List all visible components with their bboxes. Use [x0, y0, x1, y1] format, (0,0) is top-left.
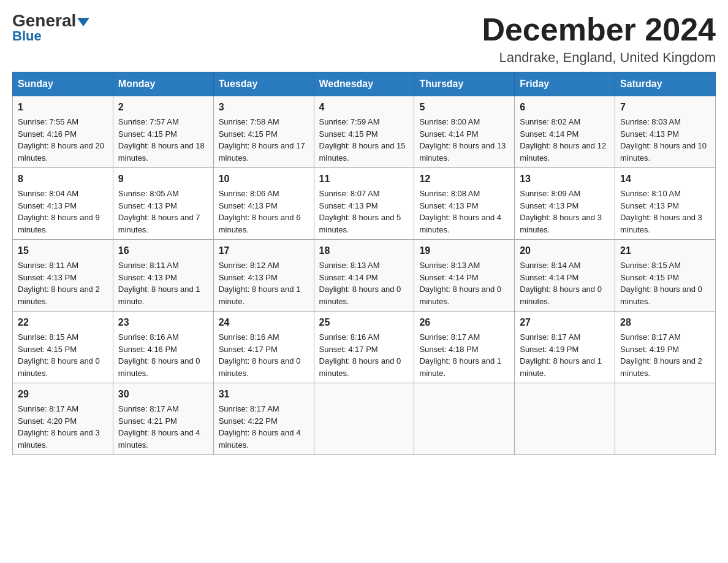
- daylight-label: Daylight: 8 hours and 2 minutes.: [18, 285, 100, 306]
- daylight-label: Daylight: 8 hours and 4 minutes.: [419, 213, 501, 234]
- calendar-day: 7 Sunrise: 8:03 AM Sunset: 4:13 PM Dayli…: [615, 96, 716, 168]
- sunrise-label: Sunrise: 7:57 AM: [118, 117, 179, 126]
- logo-triangle-icon: [77, 18, 89, 26]
- col-sunday: Sunday: [13, 72, 113, 96]
- daylight-label: Daylight: 8 hours and 15 minutes.: [319, 141, 406, 163]
- day-number: 13: [520, 172, 610, 186]
- logo-bottom: Blue: [12, 28, 42, 44]
- calendar-week-3: 15 Sunrise: 8:11 AM Sunset: 4:13 PM Dayl…: [13, 240, 716, 312]
- sunset-label: Sunset: 4:21 PM: [118, 416, 177, 426]
- day-number: 3: [219, 100, 309, 115]
- calendar-day: [314, 383, 414, 455]
- sunset-label: Sunset: 4:14 PM: [419, 129, 478, 139]
- sunset-label: Sunset: 4:14 PM: [520, 273, 578, 282]
- sunrise-label: Sunrise: 8:04 AM: [18, 189, 78, 198]
- calendar-week-1: 1 Sunrise: 7:55 AM Sunset: 4:16 PM Dayli…: [13, 96, 716, 168]
- calendar-day: 30 Sunrise: 8:17 AM Sunset: 4:21 PM Dayl…: [113, 383, 213, 455]
- calendar-day: 23 Sunrise: 8:16 AM Sunset: 4:16 PM Dayl…: [113, 312, 213, 383]
- sunset-label: Sunset: 4:15 PM: [18, 345, 77, 354]
- daylight-label: Daylight: 8 hours and 3 minutes.: [18, 428, 100, 450]
- daylight-label: Daylight: 8 hours and 13 minutes.: [419, 141, 506, 163]
- day-number: 26: [419, 315, 509, 330]
- daylight-label: Daylight: 8 hours and 0 minutes.: [620, 285, 702, 306]
- sunrise-label: Sunrise: 8:17 AM: [219, 404, 279, 413]
- calendar-day: 19 Sunrise: 8:13 AM Sunset: 4:14 PM Dayl…: [414, 240, 515, 312]
- daylight-label: Daylight: 8 hours and 17 minutes.: [219, 141, 305, 163]
- calendar-day: 24 Sunrise: 8:16 AM Sunset: 4:17 PM Dayl…: [213, 312, 314, 383]
- sunrise-label: Sunrise: 8:17 AM: [620, 332, 681, 342]
- daylight-label: Daylight: 8 hours and 7 minutes.: [118, 213, 200, 234]
- daylight-label: Daylight: 8 hours and 20 minutes.: [18, 141, 104, 163]
- day-number: 7: [620, 100, 710, 115]
- sunrise-label: Sunrise: 7:58 AM: [219, 117, 279, 126]
- daylight-label: Daylight: 8 hours and 0 minutes.: [319, 285, 401, 306]
- calendar-day: 20 Sunrise: 8:14 AM Sunset: 4:14 PM Dayl…: [515, 240, 615, 312]
- daylight-label: Daylight: 8 hours and 18 minutes.: [118, 141, 205, 163]
- sunset-label: Sunset: 4:14 PM: [520, 129, 578, 139]
- day-number: 28: [620, 315, 710, 330]
- calendar-day: 28 Sunrise: 8:17 AM Sunset: 4:19 PM Dayl…: [615, 312, 716, 383]
- calendar-day: 2 Sunrise: 7:57 AM Sunset: 4:15 PM Dayli…: [113, 96, 213, 168]
- calendar-day: 29 Sunrise: 8:17 AM Sunset: 4:20 PM Dayl…: [13, 383, 113, 455]
- sunset-label: Sunset: 4:15 PM: [319, 129, 378, 139]
- day-number: 24: [219, 315, 309, 330]
- logo-top: General: [12, 12, 89, 29]
- day-number: 31: [219, 387, 309, 402]
- month-title: December 2024: [482, 12, 716, 47]
- sunrise-label: Sunrise: 8:17 AM: [419, 332, 480, 342]
- sunrise-label: Sunrise: 8:17 AM: [118, 404, 179, 413]
- sunset-label: Sunset: 4:13 PM: [620, 201, 679, 210]
- sunrise-label: Sunrise: 8:08 AM: [419, 189, 480, 198]
- calendar-day: [515, 383, 615, 455]
- calendar-week-5: 29 Sunrise: 8:17 AM Sunset: 4:20 PM Dayl…: [13, 383, 716, 455]
- calendar-day: 17 Sunrise: 8:12 AM Sunset: 4:13 PM Dayl…: [213, 240, 314, 312]
- daylight-label: Daylight: 8 hours and 9 minutes.: [18, 213, 100, 234]
- sunset-label: Sunset: 4:14 PM: [319, 273, 378, 282]
- day-number: 14: [620, 172, 710, 186]
- sunrise-label: Sunrise: 8:11 AM: [118, 261, 179, 270]
- sunset-label: Sunset: 4:15 PM: [118, 129, 177, 139]
- daylight-label: Daylight: 8 hours and 6 minutes.: [219, 213, 301, 234]
- col-saturday: Saturday: [615, 72, 716, 96]
- day-number: 18: [319, 243, 409, 258]
- sunrise-label: Sunrise: 8:02 AM: [520, 117, 580, 126]
- calendar-day: 12 Sunrise: 8:08 AM Sunset: 4:13 PM Dayl…: [414, 168, 515, 240]
- calendar-day: 26 Sunrise: 8:17 AM Sunset: 4:18 PM Dayl…: [414, 312, 515, 383]
- sunset-label: Sunset: 4:13 PM: [118, 201, 177, 210]
- day-number: 17: [219, 243, 309, 258]
- day-number: 11: [319, 172, 409, 186]
- calendar-day: [615, 383, 716, 455]
- sunset-label: Sunset: 4:17 PM: [219, 345, 278, 354]
- sunset-label: Sunset: 4:13 PM: [18, 201, 77, 210]
- calendar-day: 31 Sunrise: 8:17 AM Sunset: 4:22 PM Dayl…: [213, 383, 314, 455]
- calendar-day: 8 Sunrise: 8:04 AM Sunset: 4:13 PM Dayli…: [13, 168, 113, 240]
- daylight-label: Daylight: 8 hours and 12 minutes.: [520, 141, 606, 163]
- location: Landrake, England, United Kingdom: [482, 50, 716, 66]
- daylight-label: Daylight: 8 hours and 4 minutes.: [118, 428, 200, 450]
- day-number: 15: [18, 243, 108, 258]
- calendar-day: 18 Sunrise: 8:13 AM Sunset: 4:14 PM Dayl…: [314, 240, 414, 312]
- sunrise-label: Sunrise: 8:17 AM: [520, 332, 580, 342]
- calendar-day: 10 Sunrise: 8:06 AM Sunset: 4:13 PM Dayl…: [213, 168, 314, 240]
- header-row: Sunday Monday Tuesday Wednesday Thursday…: [13, 72, 716, 96]
- col-monday: Monday: [113, 72, 213, 96]
- sunset-label: Sunset: 4:16 PM: [18, 129, 77, 139]
- day-number: 30: [118, 387, 208, 402]
- daylight-label: Daylight: 8 hours and 1 minute.: [419, 356, 501, 378]
- calendar-day: 13 Sunrise: 8:09 AM Sunset: 4:13 PM Dayl…: [515, 168, 615, 240]
- calendar-week-2: 8 Sunrise: 8:04 AM Sunset: 4:13 PM Dayli…: [13, 168, 716, 240]
- calendar-day: 27 Sunrise: 8:17 AM Sunset: 4:19 PM Dayl…: [515, 312, 615, 383]
- sunrise-label: Sunrise: 8:12 AM: [219, 261, 279, 270]
- day-number: 6: [520, 100, 610, 115]
- daylight-label: Daylight: 8 hours and 4 minutes.: [219, 428, 301, 450]
- calendar-day: 3 Sunrise: 7:58 AM Sunset: 4:15 PM Dayli…: [213, 96, 314, 168]
- title-block: December 2024 Landrake, England, United …: [482, 12, 716, 66]
- sunrise-label: Sunrise: 8:03 AM: [620, 117, 681, 126]
- day-number: 23: [118, 315, 208, 330]
- col-thursday: Thursday: [414, 72, 515, 96]
- daylight-label: Daylight: 8 hours and 0 minutes.: [118, 356, 200, 378]
- sunrise-label: Sunrise: 8:09 AM: [520, 189, 580, 198]
- sunset-label: Sunset: 4:22 PM: [219, 416, 278, 426]
- day-number: 16: [118, 243, 208, 258]
- day-number: 8: [18, 172, 108, 186]
